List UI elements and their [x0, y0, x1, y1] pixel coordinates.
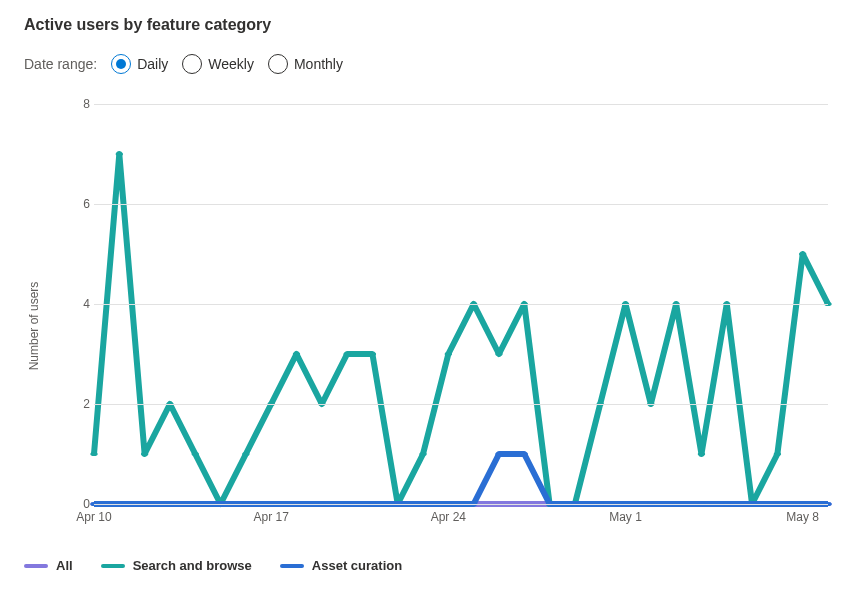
legend-item-search-browse[interactable]: Search and browse	[101, 558, 252, 573]
grid-line	[94, 104, 828, 105]
data-point[interactable]	[369, 352, 376, 356]
data-point[interactable]	[495, 452, 502, 456]
legend-item-all[interactable]: All	[24, 558, 73, 573]
legend-item-asset-curation[interactable]: Asset curation	[280, 558, 402, 573]
x-tick-label: May 8	[786, 510, 819, 524]
radio-daily[interactable]: Daily	[111, 54, 168, 74]
date-range-label: Date range:	[24, 56, 97, 72]
x-tick-label: Apr 24	[431, 510, 466, 524]
legend-swatch	[24, 564, 48, 568]
data-point[interactable]	[293, 352, 300, 356]
chart: Number of users 02468Apr 10Apr 17Apr 24M…	[44, 104, 838, 534]
y-tick-label: 8	[72, 97, 90, 111]
radio-daily-label: Daily	[137, 56, 168, 72]
plot-area: 02468Apr 10Apr 17Apr 24May 1May 8	[94, 104, 828, 504]
date-range-selector: Date range: Daily Weekly Monthly	[24, 54, 838, 74]
radio-weekly[interactable]: Weekly	[182, 54, 254, 74]
y-tick-label: 0	[72, 497, 90, 511]
grid-line	[94, 204, 828, 205]
data-point[interactable]	[419, 452, 426, 456]
page-title: Active users by feature category	[24, 16, 838, 34]
legend-label: Asset curation	[312, 558, 402, 573]
data-point[interactable]	[774, 452, 781, 456]
series-line	[94, 454, 828, 504]
legend-swatch	[280, 564, 304, 568]
grid-line	[94, 504, 828, 505]
grid-line	[94, 404, 828, 405]
x-tick-label: May 1	[609, 510, 642, 524]
data-point[interactable]	[495, 352, 502, 356]
series-line	[94, 154, 828, 504]
data-point[interactable]	[90, 452, 97, 456]
radio-circle-icon	[111, 54, 131, 74]
radio-circle-icon	[182, 54, 202, 74]
y-tick-label: 2	[72, 397, 90, 411]
radio-weekly-label: Weekly	[208, 56, 254, 72]
y-tick-label: 4	[72, 297, 90, 311]
y-axis-label: Number of users	[27, 282, 41, 371]
data-point[interactable]	[192, 452, 199, 456]
legend-swatch	[101, 564, 125, 568]
legend-label: All	[56, 558, 73, 573]
x-tick-label: Apr 17	[253, 510, 288, 524]
data-point[interactable]	[141, 452, 148, 456]
radio-monthly-label: Monthly	[294, 56, 343, 72]
data-point[interactable]	[521, 452, 528, 456]
data-point[interactable]	[116, 152, 123, 156]
data-point[interactable]	[242, 452, 249, 456]
data-point[interactable]	[698, 452, 705, 456]
x-tick-label: Apr 10	[76, 510, 111, 524]
data-point[interactable]	[343, 352, 350, 356]
radio-circle-icon	[268, 54, 288, 74]
data-point[interactable]	[445, 352, 452, 356]
y-tick-label: 6	[72, 197, 90, 211]
legend-label: Search and browse	[133, 558, 252, 573]
grid-line	[94, 304, 828, 305]
data-point[interactable]	[799, 252, 806, 256]
legend: All Search and browse Asset curation	[24, 558, 838, 573]
radio-monthly[interactable]: Monthly	[268, 54, 343, 74]
